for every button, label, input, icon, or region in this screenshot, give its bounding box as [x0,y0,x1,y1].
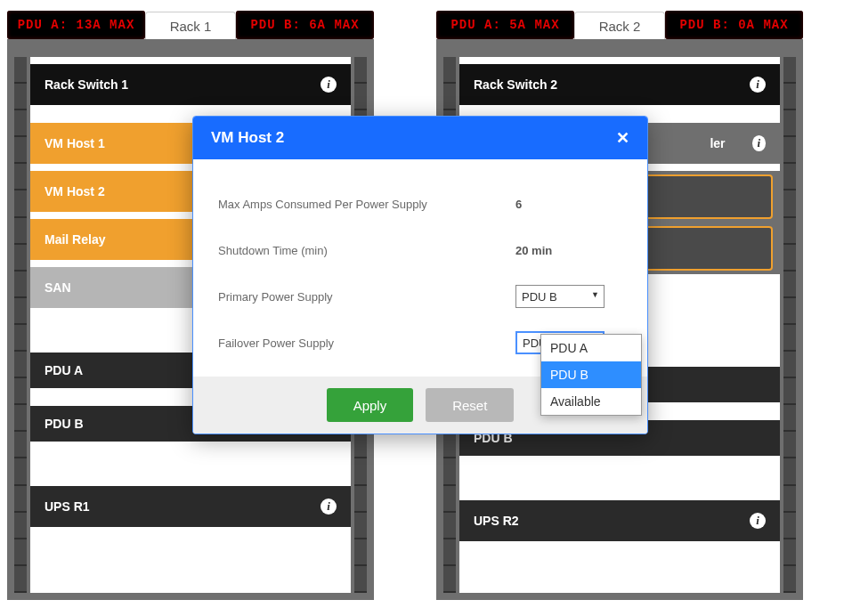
rack2-tab[interactable]: Rack 2 [574,12,665,39]
dropdown-option-available[interactable]: Available [541,388,641,415]
unit-label: Rack Switch 1 [45,77,128,92]
primary-power-label: Primary Power Supply [218,290,515,304]
max-amps-value: 6 [515,198,622,211]
rack2-pdu-b-display: PDU B: 0A MAX [665,11,803,39]
unit-label: Rack Switch 2 [474,77,557,92]
failover-dropdown-list: PDU A PDU B Available [540,334,642,416]
unit-label: PDU A [45,363,83,377]
rack1-switch[interactable]: Rack Switch 1 i [30,64,351,105]
unit-label: VM Host 1 [45,136,105,150]
rack2-ups[interactable]: UPS R2 i [459,500,780,541]
unit-label: Mail Relay [45,232,105,247]
reset-button[interactable]: Reset [426,388,514,422]
dropdown-option-pdu-b[interactable]: PDU B [541,361,641,388]
apply-button[interactable]: Apply [327,388,414,422]
failover-power-label: Failover Power Supply [218,336,515,350]
info-icon[interactable]: i [321,498,337,515]
info-icon[interactable]: i [752,135,767,151]
rack2-switch[interactable]: Rack Switch 2 i [459,64,780,105]
unit-label: SAN [45,280,71,295]
rack2-pdu-a-display: PDU A: 5A MAX [436,11,574,39]
max-amps-label: Max Amps Consumed Per Power Supply [218,198,515,211]
vm-host-modal: VM Host 2 ✕ Max Amps Consumed Per Power … [192,116,648,434]
dropdown-option-pdu-a[interactable]: PDU A [541,335,641,361]
unit-label: UPS R1 [45,499,90,514]
unit-label: UPS R2 [474,514,519,528]
info-icon[interactable]: i [321,77,337,93]
rack1-pdu-a-display: PDU A: 13A MAX [7,11,145,39]
modal-title: VM Host 2 [211,129,284,147]
unit-label: PDU B [45,417,84,431]
rack1-pdu-b-display: PDU B: 6A MAX [236,11,374,39]
rack-rail-right [783,57,796,593]
primary-power-select[interactable]: PDU B [515,285,605,308]
info-icon[interactable]: i [750,77,766,93]
rack-rail-left [14,57,27,593]
close-icon[interactable]: ✕ [616,128,629,148]
rack1-ups[interactable]: UPS R1 i [30,486,351,527]
rack1-tab[interactable]: Rack 1 [145,12,236,39]
shutdown-label: Shutdown Time (min) [218,244,515,257]
shutdown-value: 20 min [515,244,622,257]
unit-label: VM Host 2 [45,184,105,199]
info-icon[interactable]: i [750,513,766,529]
